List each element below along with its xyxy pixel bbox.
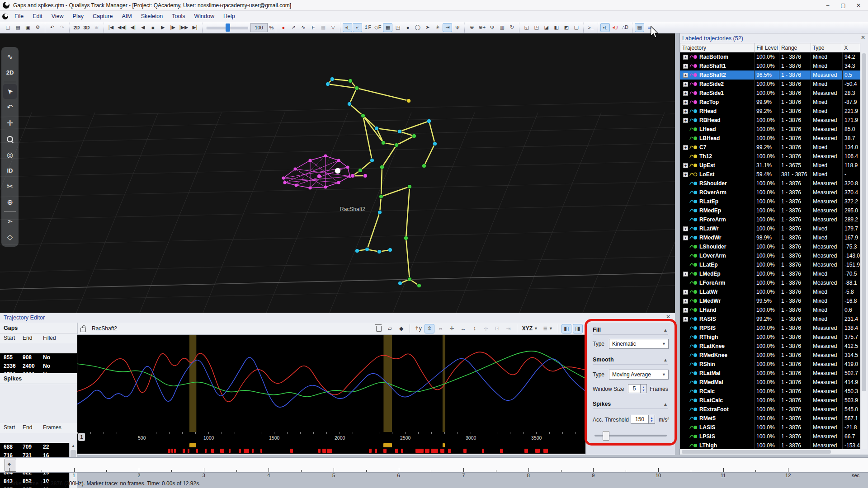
trajectory-row[interactable]: RLatMal100.0%1 - 3876Measured502.7: [680, 369, 860, 378]
expand-icon[interactable]: +: [683, 109, 688, 114]
fast-forward-button[interactable]: |▶▶: [178, 23, 190, 32]
menu-capture[interactable]: Capture: [88, 12, 117, 21]
expand-icon[interactable]: +: [683, 317, 688, 322]
column-header-type[interactable]: Type: [811, 43, 842, 52]
trajectory-tool-button[interactable]: ∿: [298, 23, 308, 32]
show-left-pane-button[interactable]: ◧: [561, 324, 571, 333]
spike-marker[interactable]: [196, 449, 198, 453]
reprocess-button[interactable]: ↻: [507, 23, 517, 32]
gap-marker[interactable]: [383, 443, 392, 447]
spike-marker[interactable]: [524, 449, 528, 453]
minimize-button[interactable]: –: [820, 0, 835, 11]
trajectory-row[interactable]: +RacBottom100.0%1 - 3876Mixed94.2: [680, 52, 860, 61]
marker-labels-button[interactable]: •L: [343, 23, 352, 32]
gaps-section-header[interactable]: Gaps: [0, 323, 77, 333]
column-header-trajectory[interactable]: Trajectory: [680, 43, 754, 52]
menu-help[interactable]: Help: [219, 12, 240, 21]
trajectory-row[interactable]: RCalc100.0%1 - 3876Measured450.3: [680, 387, 860, 396]
matrix-button[interactable]: ▦: [318, 23, 328, 32]
redo-button[interactable]: ↷: [57, 23, 67, 32]
spike-marker[interactable]: [375, 449, 377, 453]
spike-row[interactable]: 68870922: [0, 443, 77, 451]
collapse-icon[interactable]: ▲: [663, 402, 668, 407]
trajectory-row[interactable]: +RMedWr98.9%1 - 3876Mixed167.9: [680, 233, 860, 242]
spike-marker[interactable]: [448, 449, 451, 453]
fast-rewind-button[interactable]: ◀◀|: [116, 23, 128, 32]
unlabeled-list-toggle-button[interactable]: •U: [610, 23, 620, 32]
play-button[interactable]: ▶: [158, 23, 168, 32]
trajectory-row[interactable]: LLatEp100.0%1 - 3876Measured-151.9: [680, 260, 860, 269]
trajectory-row[interactable]: RMedEp100.0%1 - 3876Measured295.0: [680, 206, 860, 215]
menu-aim[interactable]: AIM: [117, 12, 136, 21]
expand-icon[interactable]: +: [683, 172, 688, 177]
expand-icon[interactable]: +: [683, 73, 688, 78]
close-button[interactable]: ✕: [851, 0, 866, 11]
window-size-stepper[interactable]: ▲▼: [640, 384, 647, 393]
crop-volume-button[interactable]: ⇥: [443, 23, 452, 32]
spike-marker[interactable]: [383, 449, 387, 453]
fill-type-dropdown[interactable]: Kinematic▼: [609, 339, 669, 349]
smooth-type-dropdown[interactable]: Moving Average▼: [609, 370, 669, 380]
menu-view[interactable]: View: [47, 12, 68, 21]
y-axis-up-button[interactable]: ↥y: [413, 324, 423, 333]
delete-frames-button[interactable]: [374, 324, 384, 333]
auto-scroll-button[interactable]: ⇥: [504, 324, 514, 333]
identify-tool[interactable]: ID: [3, 163, 17, 178]
measure-button[interactable]: ↗: [288, 23, 298, 32]
expand-icon[interactable]: +: [683, 308, 688, 313]
trajectory-row[interactable]: +LLatWr100.0%1 - 3876Mixed-5.8: [680, 287, 860, 296]
column-header-x[interactable]: X: [842, 43, 860, 52]
center-selection-button[interactable]: ⊡: [492, 324, 502, 333]
trajectory-row[interactable]: LOverArm100.0%1 - 3876Measured-143.0: [680, 251, 860, 260]
trajectory-row[interactable]: RLatKnee100.0%1 - 3876Measured412.5: [680, 342, 860, 351]
layout-corner-button[interactable]: ◪: [542, 23, 551, 32]
expand-icon[interactable]: +: [683, 145, 688, 150]
expand-icon[interactable]: +: [683, 91, 688, 96]
trajectory-row[interactable]: RThigh100.0%1 - 3876Measured375.7: [680, 333, 860, 342]
project-options-button[interactable]: ⚙: [33, 23, 42, 32]
force-arrows-button[interactable]: ↥F: [363, 23, 373, 32]
expand-icon[interactable]: +: [683, 226, 688, 231]
menu-window[interactable]: Window: [189, 12, 218, 21]
spike-marker[interactable]: [395, 449, 398, 453]
terminal-button[interactable]: >_: [586, 23, 595, 32]
go-to-start-button[interactable]: |◀: [106, 23, 116, 32]
gap-row[interactable]: 23362400No: [0, 362, 77, 371]
smooth-section-header[interactable]: Smooth▲: [593, 355, 668, 365]
spike-marker[interactable]: [535, 449, 540, 453]
step-forward-button[interactable]: |▶: [168, 23, 178, 32]
axis-select-dropdown[interactable]: XYZ▼: [520, 324, 540, 333]
acc-threshold-stepper[interactable]: ▲▼: [648, 415, 655, 424]
window-bottom-button[interactable]: ◩: [561, 23, 571, 32]
spikes-settings-header[interactable]: Spikes▲: [593, 399, 668, 409]
expand-icon[interactable]: +: [683, 299, 688, 304]
spike-marker[interactable]: [369, 449, 372, 453]
trajectory-row[interactable]: +RLatWr100.0%1 - 3876Mixed179.7: [680, 224, 860, 233]
list-options-dropdown[interactable]: ≣▼: [541, 324, 555, 333]
zoom-tool[interactable]: [3, 131, 17, 146]
spike-marker[interactable]: [252, 449, 254, 453]
wireframe-button[interactable]: ◯: [413, 23, 422, 32]
spike-marker[interactable]: [188, 449, 189, 453]
playback-speed-slider[interactable]: [207, 23, 248, 32]
expand-icon[interactable]: +: [683, 163, 688, 168]
new-file-button[interactable]: ▢: [3, 23, 13, 32]
collapse-icon[interactable]: ▲: [663, 357, 668, 362]
auto-zoom-y-button[interactable]: ⇕: [425, 324, 434, 333]
viewport-3d[interactable]: RacShaft2 ∿2D➤↶✛◎ID✂⊕➣◇: [0, 33, 675, 313]
auto-zoom-x-button[interactable]: ⇔: [436, 324, 446, 333]
pan-button[interactable]: ✛: [447, 324, 457, 333]
expand-icon[interactable]: +: [683, 118, 688, 123]
zoom-horizontal-button[interactable]: ↔: [458, 324, 468, 333]
save-button[interactable]: ▣: [23, 23, 33, 32]
current-frame-badge[interactable]: 1: [78, 433, 85, 441]
labeled-list-toggle-button[interactable]: •L: [600, 23, 610, 32]
fill-gap-button[interactable]: ▱: [385, 324, 395, 333]
trajectory-row[interactable]: +LHand100.0%1 - 3876Mixed0.6: [680, 305, 860, 314]
spike-marker[interactable]: [244, 449, 250, 453]
trajectory-row[interactable]: RPSIS100.0%1 - 3876Measured138.4: [680, 324, 860, 333]
trajectory-row[interactable]: LASIS100.0%1 - 3876Measured-21.8: [680, 423, 860, 432]
spike-marker[interactable]: [401, 449, 403, 453]
menu-edit[interactable]: Edit: [28, 12, 47, 21]
skeleton-toggle-button[interactable]: Ψ: [453, 23, 462, 32]
